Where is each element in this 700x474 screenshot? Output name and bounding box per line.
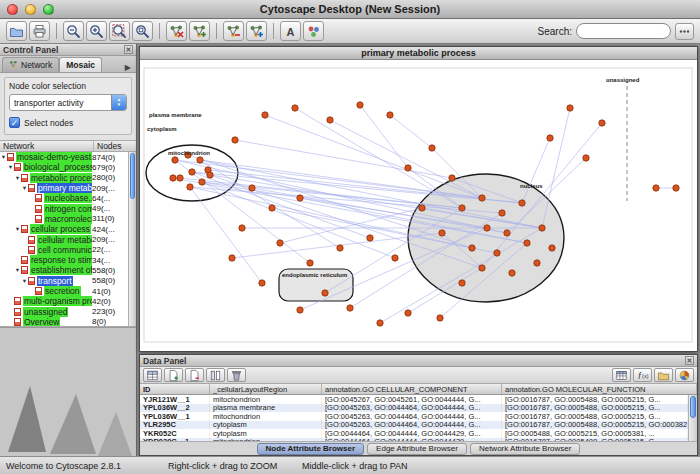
birds-eye-view[interactable] xyxy=(0,327,136,456)
graph-node[interactable] xyxy=(547,135,553,141)
tree-expand-arrow[interactable]: ▼ xyxy=(0,154,7,160)
graph-node[interactable] xyxy=(292,105,298,111)
table-scrollbar[interactable] xyxy=(688,395,697,441)
table-row[interactable]: YPL036W__1mitochondrion[GO:0045263, GO:0… xyxy=(140,412,688,421)
table-row[interactable]: YLR295Ccytoplasm[GO:0045263, GO:0044464,… xyxy=(140,421,688,430)
graph-node[interactable] xyxy=(534,260,540,266)
column-header[interactable]: _cellularLayoutRegion xyxy=(210,384,322,394)
tree-row-label[interactable]: response to stimul... xyxy=(30,255,92,265)
annotation-icon[interactable]: A xyxy=(280,21,301,41)
tab-overflow-button[interactable]: ▶ xyxy=(122,63,134,72)
graph-node[interactable] xyxy=(519,200,525,206)
graph-node[interactable] xyxy=(387,112,393,118)
tree-expand-arrow[interactable]: ▼ xyxy=(21,185,28,191)
tree-row[interactable]: macromolecule...311(0) xyxy=(0,214,128,224)
tree-row-label[interactable]: macromolecule... xyxy=(44,214,92,224)
tree-expand-arrow[interactable]: ▼ xyxy=(14,226,21,232)
create-view-icon[interactable] xyxy=(189,21,210,41)
tree-row[interactable]: ▼metabolic process280(0) xyxy=(0,173,128,183)
column-header[interactable]: annotation.GO CELLULAR_COMPONENT xyxy=(322,384,502,394)
nodes-column-header[interactable]: Nodes xyxy=(94,141,136,151)
tree-row-label[interactable]: unassigned xyxy=(23,307,68,317)
tree-row-label[interactable]: cellular metabo... xyxy=(37,235,92,245)
graph-node[interactable] xyxy=(297,195,303,201)
graph-node[interactable] xyxy=(269,205,275,211)
minimize-window-button[interactable] xyxy=(25,4,36,15)
tree-row[interactable]: Overview8(0) xyxy=(0,317,128,327)
graph-node[interactable] xyxy=(170,175,176,181)
tree-row-label[interactable]: biological_process xyxy=(23,162,92,172)
graph-node[interactable] xyxy=(504,230,510,236)
graph-node[interactable] xyxy=(172,157,178,163)
tree-expand-arrow[interactable]: ▼ xyxy=(7,164,14,170)
graph-node[interactable] xyxy=(307,260,313,266)
zoom-window-button[interactable] xyxy=(43,4,54,15)
graph-node[interactable] xyxy=(429,145,435,151)
tree-row[interactable]: cellular metabo...209(... xyxy=(0,234,128,244)
graph-node[interactable] xyxy=(207,172,213,178)
tree-row-label[interactable]: multi-organism pro... xyxy=(23,296,92,306)
network-column-header[interactable]: Network xyxy=(0,141,94,151)
window-titlebar[interactable]: Cytoscape Desktop (New Session) xyxy=(0,0,700,19)
graph-node[interactable] xyxy=(357,102,363,108)
tree-row[interactable]: ▼biological_process679(0) xyxy=(0,162,128,172)
graph-node[interactable] xyxy=(347,305,353,311)
graph-node[interactable] xyxy=(439,230,445,236)
select-attributes-icon[interactable] xyxy=(143,368,162,382)
graph-node[interactable] xyxy=(177,175,183,181)
tree-scrollbar[interactable] xyxy=(128,152,136,326)
tree-expand-arrow[interactable]: ▼ xyxy=(14,267,21,273)
tree-row[interactable]: ▼cellular process424(... xyxy=(0,224,128,234)
graph-node[interactable] xyxy=(499,210,505,216)
pie-chart-icon[interactable] xyxy=(675,368,694,382)
tree-row-label[interactable]: nitrogen compo... xyxy=(44,204,92,214)
control-panel-float-button[interactable]: ✕ xyxy=(124,45,133,54)
graph-node[interactable] xyxy=(189,169,195,175)
import-table-icon[interactable] xyxy=(612,368,631,382)
graph-node[interactable] xyxy=(377,320,383,326)
print-icon[interactable] xyxy=(29,21,50,41)
graph-node[interactable] xyxy=(392,255,398,261)
graph-node[interactable] xyxy=(479,265,485,271)
tree-row[interactable]: ▼transport558(0) xyxy=(0,276,128,286)
tree-scrollbar-thumb[interactable] xyxy=(130,153,135,199)
graph-node[interactable] xyxy=(337,245,343,251)
graph-node[interactable] xyxy=(449,175,455,181)
tab-node-attribute-browser[interactable]: Node Attribute Browser xyxy=(257,443,365,455)
tree-row-label[interactable]: mosaic-demo-yeast xyxy=(16,152,92,162)
graph-node[interactable] xyxy=(459,280,465,286)
search-input[interactable] xyxy=(576,23,671,39)
close-window-button[interactable] xyxy=(7,4,18,15)
graph-node[interactable] xyxy=(524,240,530,246)
graph-node[interactable] xyxy=(187,184,193,190)
search-options-button[interactable] xyxy=(675,23,694,40)
graph-node[interactable] xyxy=(249,185,255,191)
tab-mosaic[interactable]: Mosaic xyxy=(59,57,102,72)
graph-node[interactable] xyxy=(322,290,328,296)
graph-node[interactable] xyxy=(599,120,605,126)
graph-node[interactable] xyxy=(673,185,679,191)
tree-row[interactable]: unassigned223(0) xyxy=(0,306,128,316)
graph-node[interactable] xyxy=(405,165,411,171)
graph-node[interactable] xyxy=(297,307,303,313)
zoom-out-icon[interactable] xyxy=(63,21,84,41)
tree-row[interactable]: cell communicat...22(... xyxy=(0,245,128,255)
tree-row[interactable]: multi-organism pro...42(0) xyxy=(0,296,128,306)
graph-node[interactable] xyxy=(459,205,465,211)
tree-row-label[interactable]: primary metabo... xyxy=(37,183,92,193)
table-row[interactable]: YKR052Ccytoplasm[GO:0044464, GO:0044444,… xyxy=(140,429,688,438)
tree-row[interactable]: ▼mosaic-demo-yeast874(0) xyxy=(0,152,128,162)
hide-selected-icon[interactable] xyxy=(223,21,244,41)
create-attribute-icon[interactable] xyxy=(164,368,183,382)
graph-node[interactable] xyxy=(469,245,475,251)
open-attributes-icon[interactable] xyxy=(654,368,673,382)
tree-row-label[interactable]: cell communicat... xyxy=(37,245,92,255)
formula-builder-icon[interactable]: f(x) xyxy=(633,368,652,382)
graph-node[interactable] xyxy=(277,240,283,246)
graph-node[interactable] xyxy=(419,205,425,211)
destroy-view-icon[interactable] xyxy=(166,21,187,41)
tree-row[interactable]: nitrogen compo...49(... xyxy=(0,203,128,213)
graph-node[interactable] xyxy=(549,245,555,251)
select-nodes-checkbox[interactable]: ✓ xyxy=(9,117,20,128)
graph-node[interactable] xyxy=(509,270,515,276)
